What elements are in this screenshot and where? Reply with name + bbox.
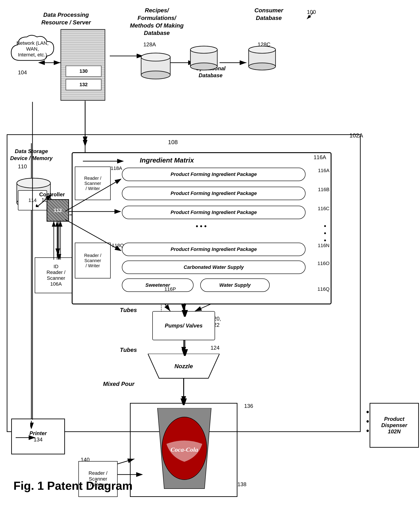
tubes-label-1: Tubes — [120, 307, 137, 314]
nozzle-arrow — [177, 378, 190, 405]
product-dispenser-n-label: ProductDispenser102N — [381, 416, 407, 435]
mixed-pour-label: Mixed Pour — [103, 381, 134, 387]
ref-116n: 116N — [318, 243, 330, 248]
pkg-116q: Water Supply — [200, 279, 270, 292]
server-right-line — [83, 158, 128, 165]
pkg-116n: Product Forming Ingredient Package — [122, 243, 305, 256]
svg-point-37 — [249, 63, 276, 70]
pkg-116c: Product Forming Ingredient Package — [122, 206, 305, 219]
pkg-116a: Product Forming Ingredient Package — [122, 168, 305, 181]
consumer-db-label: ConsumerDatabase — [244, 7, 294, 22]
id-reader-label: IDReader /Scanner106A — [47, 264, 65, 287]
svg-line-26 — [307, 12, 313, 19]
fig-label: Fig. 1 Patent Diagram — [13, 479, 133, 492]
svg-line-68 — [65, 179, 121, 211]
to-printer-arrow — [30, 418, 53, 429]
storage-to-controller-arrow — [36, 194, 54, 207]
dots-middle: • • • — [196, 222, 206, 230]
pumps-valves-label: Pumps/ Valves — [165, 323, 203, 329]
db-operational-cylinder — [188, 45, 220, 72]
pkg-116p: Sweetener — [122, 279, 194, 292]
ref-140: 140 — [81, 457, 89, 463]
dots-right: ••• — [324, 222, 326, 244]
product-dispenser-n: ProductDispenser102N — [370, 403, 419, 448]
pkg-116o: Carbonated Water Supply — [122, 261, 305, 274]
svg-point-30 — [141, 53, 170, 61]
network-label: Network (LAN,WAN,Internet, etc.) — [13, 40, 52, 58]
cup-area-136: Coca-Cola — [130, 403, 237, 497]
svg-text:Nozzle: Nozzle — [175, 363, 193, 370]
controller-to-rsw-top-arrow — [65, 177, 123, 213]
left-vertical-line — [30, 102, 35, 420]
ref-128a: 128A — [143, 41, 156, 48]
tubes-label-2: Tubes — [120, 347, 137, 353]
svg-text:Coca-Cola: Coca-Cola — [171, 446, 198, 453]
server-title-label: Data Processing Resource / Server — [35, 11, 98, 26]
ref-116p: 116P — [164, 286, 176, 292]
svg-point-29 — [141, 71, 170, 79]
ref-116o: 116O — [317, 261, 330, 266]
ref-116a: 116A — [318, 168, 330, 174]
ref-116q: 116Q — [317, 286, 330, 292]
server-box: 130 132 — [61, 29, 105, 101]
pkg-116b: Product Forming Ingredient Package — [122, 187, 305, 200]
ref-118a: 118A — [111, 166, 122, 171]
arrow-100 — [302, 11, 316, 20]
id-reader-arrows — [49, 222, 63, 262]
ref-108: 108 — [168, 139, 178, 146]
controller-to-rsw-bottom-arrow — [65, 219, 123, 255]
network-cloud: Network (LAN,WAN,Internet, etc.) — [7, 31, 58, 70]
svg-point-38 — [249, 46, 276, 53]
id-reader-box: IDReader /Scanner106A — [35, 257, 77, 293]
ref-138: 138 — [237, 481, 246, 488]
ref-102a: 102A — [349, 132, 363, 139]
svg-point-34 — [190, 46, 217, 53]
server-down-line — [82, 101, 89, 146]
svg-point-33 — [190, 63, 217, 70]
db-recipes-cylinder — [139, 52, 172, 81]
pumps-to-nozzle-arrow — [179, 340, 190, 356]
server-inner-132: 132 — [66, 79, 101, 90]
printer-arrow — [16, 432, 38, 443]
ref-116b: 116B — [318, 187, 330, 192]
ref-104: 104 — [18, 70, 27, 76]
diagram: 100 Data Processing Resource / Server 12… — [0, 0, 420, 524]
ref-116c: 116C — [318, 206, 330, 211]
recipes-db-label: Recipes/Formulations/Methods Of MakingDa… — [128, 7, 186, 37]
ingredient-matrix-title: Ingredient Matrix — [140, 157, 194, 164]
ref-116a-outer: 116A — [313, 154, 326, 160]
to-pumps-arrow — [179, 303, 190, 317]
ref-110: 110 — [18, 163, 27, 170]
server-inner-130: 130 — [66, 66, 101, 77]
svg-line-70 — [65, 219, 121, 251]
nozzle-container: Nozzle — [148, 354, 220, 381]
ref-124: 124 — [211, 345, 220, 351]
db-consumer-cylinder — [246, 45, 278, 72]
svg-line-75 — [38, 195, 52, 206]
dots-dispensers: ••• — [366, 407, 369, 436]
ref-136: 136 — [244, 403, 253, 409]
